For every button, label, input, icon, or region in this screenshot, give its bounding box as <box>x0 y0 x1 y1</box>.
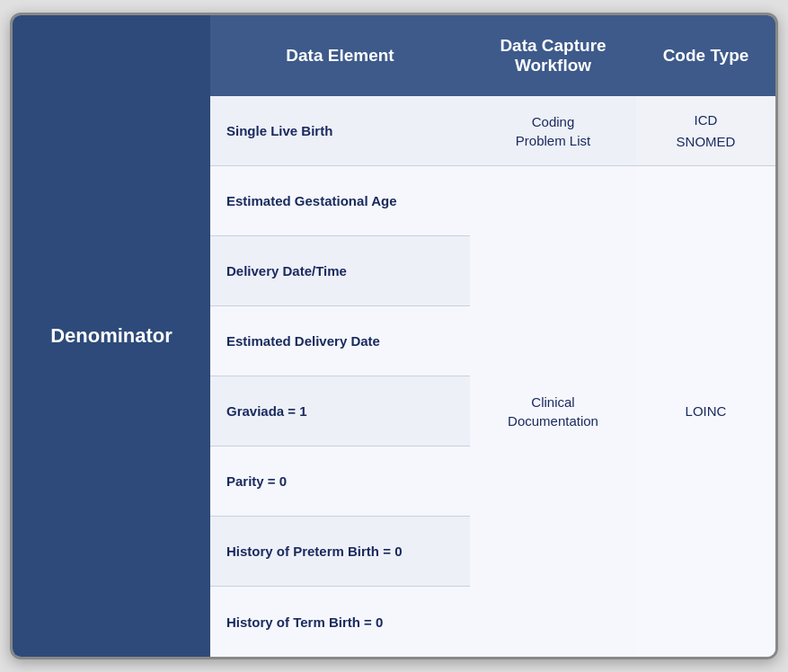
table-wrapper: Denominator Data Element Single Live Bir… <box>13 15 775 657</box>
code-type-column: Code Type ICDSNOMED LOINC <box>636 15 775 657</box>
table-row: Estimated Delivery Date <box>210 306 470 376</box>
code-type-header: Code Type <box>636 15 775 96</box>
code-main-value: LOINC <box>686 401 727 422</box>
table-row: Delivery Date/Time <box>210 236 470 306</box>
denominator-column: Denominator <box>13 15 210 657</box>
code-type-body: ICDSNOMED LOINC <box>636 96 775 657</box>
table-row: Parity = 0 <box>210 447 470 517</box>
table-row: Estimated Gestational Age <box>210 166 470 236</box>
denominator-header: Denominator <box>32 306 190 366</box>
data-element-column: Data Element Single Live BirthEstimated … <box>210 15 470 657</box>
workflow-top-cell: CodingProblem List <box>470 96 636 166</box>
main-table: Denominator Data Element Single Live Bir… <box>10 13 778 659</box>
data-element-rows: Single Live BirthEstimated Gestational A… <box>210 96 470 657</box>
table-row: History of Preterm Birth = 0 <box>210 517 470 587</box>
code-top-cell: ICDSNOMED <box>636 96 775 166</box>
table-row: Graviada = 1 <box>210 376 470 447</box>
data-element-header: Data Element <box>210 15 470 96</box>
workflow-column: Data Capture Workflow CodingProblem List… <box>470 15 636 657</box>
workflow-body: CodingProblem List ClinicalDocumentation <box>470 96 636 657</box>
code-main-cell: LOINC <box>636 166 775 657</box>
workflow-header: Data Capture Workflow <box>470 15 636 96</box>
table-row: History of Term Birth = 0 <box>210 587 470 657</box>
workflow-main-cell: ClinicalDocumentation <box>470 166 636 657</box>
workflow-main-value: ClinicalDocumentation <box>508 393 598 430</box>
table-row: Single Live Birth <box>210 96 470 166</box>
workflow-top-value: CodingProblem List <box>516 112 590 150</box>
code-top-value: ICDSNOMED <box>677 110 736 153</box>
